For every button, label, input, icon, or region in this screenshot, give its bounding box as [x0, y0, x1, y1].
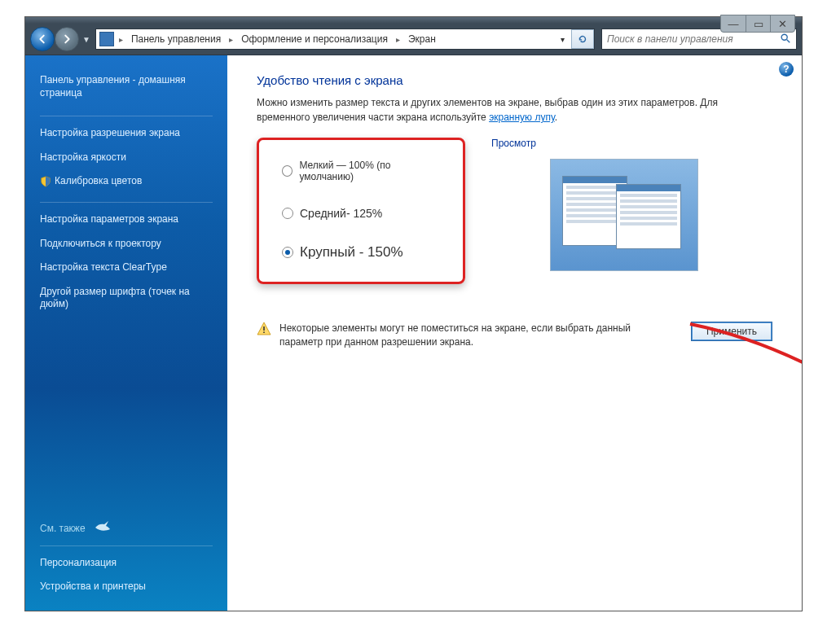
svg-line-1: [787, 39, 790, 42]
nav-forward-button[interactable]: [55, 27, 79, 51]
sidebar-item-projector[interactable]: Подключиться к проектору: [40, 232, 213, 256]
sidebar-item-resolution[interactable]: Настройка разрешения экрана: [40, 121, 213, 146]
breadcrumb-item[interactable]: Экран: [403, 30, 441, 48]
preview-label: Просмотр: [485, 138, 772, 149]
navigation-row: ▼ ▸ Панель управления ▸ Оформление и пер…: [25, 24, 802, 55]
desc-text: Можно изменить размер текста и других эл…: [257, 97, 718, 123]
search-input[interactable]: [607, 33, 780, 45]
breadcrumb: ▸ Панель управления ▸ Оформление и персо…: [117, 30, 441, 48]
search-icon[interactable]: [780, 33, 791, 46]
scale-option-small[interactable]: Мелкий — 100% (по умолчанию): [282, 155, 440, 202]
sidebar-item-cleartype[interactable]: Настройка текста ClearType: [40, 256, 213, 280]
warning-icon: [257, 322, 271, 336]
sidebar-item-personalization[interactable]: Персонализация: [40, 551, 213, 576]
window-controls: — ▭ ✕: [720, 15, 795, 33]
refresh-button[interactable]: [571, 29, 594, 49]
sidebar-item-color-calibration[interactable]: Калибровка цветов: [40, 169, 213, 194]
shield-icon: [40, 176, 51, 187]
preview-thumbnail: [550, 159, 698, 271]
bird-icon: [94, 519, 112, 537]
nav-back-button[interactable]: [30, 27, 55, 51]
option-label: Средний- 125%: [300, 207, 382, 220]
page-title: Удобство чтения с экрана: [257, 73, 772, 87]
divider: [40, 202, 213, 203]
divider: [40, 545, 213, 546]
scale-option-large[interactable]: Крупный - 150%: [282, 239, 440, 265]
sidebar-home-link[interactable]: Панель управления - домашняя страница: [40, 68, 213, 107]
nav-history-chevron-icon[interactable]: ▼: [79, 35, 92, 44]
svg-rect-3: [263, 331, 265, 333]
sidebar-item-devices-printers[interactable]: Устройства и принтеры: [40, 575, 213, 599]
content-area: ? Удобство чтения с экрана Можно изменит…: [227, 55, 802, 611]
control-panel-icon: [99, 32, 114, 46]
chevron-right-icon[interactable]: ▸: [227, 35, 235, 44]
help-icon[interactable]: ?: [779, 62, 794, 77]
breadcrumb-item[interactable]: Оформление и персонализация: [236, 30, 393, 48]
svg-rect-2: [263, 326, 265, 331]
address-bar[interactable]: ▸ Панель управления ▸ Оформление и персо…: [95, 28, 595, 50]
svg-point-0: [781, 34, 787, 40]
warning-text: Некоторые элементы могут не поместиться …: [279, 322, 683, 349]
see-also-label: См. также: [40, 523, 86, 534]
page-description: Можно изменить размер текста и других эл…: [257, 95, 772, 125]
close-button[interactable]: ✕: [770, 15, 794, 32]
sidebar-item-brightness[interactable]: Настройка яркости: [40, 146, 213, 170]
magnifier-link[interactable]: экранную лупу: [489, 112, 555, 123]
scale-options-highlight: Мелкий — 100% (по умолчанию) Средний- 12…: [257, 138, 465, 284]
maximize-button[interactable]: ▭: [746, 15, 770, 32]
address-dropdown-icon[interactable]: ▾: [556, 35, 570, 44]
sidebar-item-dpi[interactable]: Другой размер шрифта (точек на дюйм): [40, 280, 213, 317]
chevron-right-icon[interactable]: ▸: [394, 35, 402, 44]
breadcrumb-item[interactable]: Панель управления: [126, 30, 226, 48]
option-label: Крупный - 150%: [300, 244, 403, 261]
sidebar-item-display-settings[interactable]: Настройка параметров экрана: [40, 208, 213, 232]
option-label: Мелкий — 100% (по умолчанию): [299, 160, 440, 182]
chevron-right-icon[interactable]: ▸: [117, 35, 125, 44]
scale-option-medium[interactable]: Средний- 125%: [282, 202, 440, 239]
desc-text-after: .: [555, 112, 557, 123]
radio-icon[interactable]: [282, 247, 293, 258]
divider: [40, 116, 213, 116]
titlebar[interactable]: — ▭ ✕: [25, 17, 802, 24]
minimize-button[interactable]: —: [721, 15, 746, 32]
radio-icon[interactable]: [282, 165, 293, 177]
sidebar: Панель управления - домашняя страница На…: [25, 55, 227, 611]
radio-icon[interactable]: [282, 208, 293, 219]
apply-button[interactable]: Применить: [691, 322, 772, 341]
sidebar-item-label: Калибровка цветов: [55, 175, 142, 186]
